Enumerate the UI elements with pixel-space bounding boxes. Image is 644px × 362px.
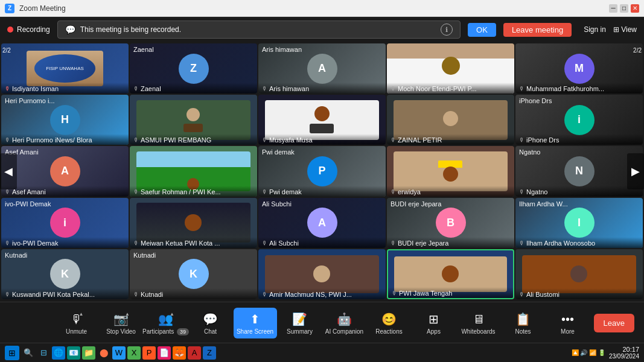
mic-icon-10: 🎙: [519, 137, 524, 143]
video-tile-9: 🎙 ZAINAL PETIR: [387, 95, 514, 145]
mic-icon-12: 🎙: [133, 189, 139, 195]
tile-11-name: 🎙 Asef Amani: [5, 188, 125, 195]
apps-label: Apps: [427, 328, 441, 335]
task-view-icon[interactable]: ⊟: [37, 346, 50, 360]
ok-button[interactable]: OK: [468, 23, 496, 37]
avatar-10: i: [564, 105, 595, 135]
video-tile-5: M 🎙 Muhammad Fatkhurohm...: [515, 43, 643, 94]
video-tile-7: 🎙 ASMUI PWI REMBANG: [130, 95, 257, 145]
recording-badge: Recording: [7, 25, 50, 34]
summary-icon: 📝: [292, 311, 307, 327]
avatar-6: H: [50, 105, 80, 135]
chat-button[interactable]: 💬 Chat: [189, 308, 232, 338]
next-page-button[interactable]: ▶: [627, 153, 644, 189]
tile-3-top-name: Aris himawan: [262, 46, 302, 53]
tile-16-top-name: ivo-PWI Demak: [5, 200, 51, 208]
participants-count-badge: 39: [177, 328, 189, 335]
close-button[interactable]: ✕: [631, 4, 639, 13]
time-display: 20:17: [609, 346, 639, 353]
tile-2-name: 🎙 Zaenal: [133, 85, 253, 92]
mail-icon[interactable]: 📧: [67, 346, 80, 360]
reactions-button[interactable]: 😊 Reactions: [368, 308, 411, 338]
edge-icon[interactable]: 🌐: [52, 346, 65, 360]
share-screen-label: Share Screen: [237, 328, 273, 335]
word-icon[interactable]: W: [112, 346, 126, 360]
tile-18-top-name: Ali Subchi: [262, 200, 292, 208]
tile-4-name: 🎙 Moch Noor Efendi-PWI P...: [391, 85, 511, 92]
adobe-icon[interactable]: A: [188, 346, 201, 360]
video-tile-row5-4: 🎙 PWI Jawa Tengah: [387, 249, 514, 299]
video-tile-19: B BUDI erje Jepara 🎙 BUDI erje Jepara: [387, 198, 514, 248]
share-screen-button[interactable]: ⬆ Share Screen: [234, 308, 277, 338]
tile-r5-0-name: 🎙 Kuswandi PWI Kota Pekal...: [5, 291, 125, 298]
zoom-taskbar-icon[interactable]: Z: [203, 346, 216, 360]
mic-icon-20: 🎙: [519, 240, 524, 246]
search-taskbar-icon[interactable]: 🔍: [22, 346, 35, 360]
taskbar-right: 🔼 🔊 📶 🔋 20:17 23/09/2024: [572, 346, 639, 360]
mic-icon-6: 🎙: [5, 137, 10, 143]
tile-r5-3-grad: 🎙 PWI Jawa Tengah: [388, 287, 513, 298]
video-tile-17: 🎙 Meiwan Ketua PWI Kota ...: [130, 198, 257, 248]
tile-1-gradient: 🎙 Isdiyanto Isman: [1, 83, 129, 94]
video-tile-11: A Asef Amani 🎙 Asef Amani: [1, 146, 129, 196]
avatar-11: A: [50, 156, 80, 186]
files-icon[interactable]: 📁: [82, 346, 95, 360]
notes-button[interactable]: 📋 Notes: [502, 308, 545, 338]
ai-companion-button[interactable]: 🤖 AI Companion: [323, 308, 366, 338]
tile-18-gradient: 🎙 Ali Subchi: [258, 237, 386, 248]
leave-button[interactable]: Leave: [594, 314, 634, 332]
tile-r5-3-name: 🎙 PWI Jawa Tengah: [392, 290, 509, 297]
tile-14-name: 🎙 erwidya: [391, 188, 511, 195]
tile-5-name: 🎙 Muhammad Fatkhurohm...: [519, 85, 639, 92]
mic-icon-15: 🎙: [519, 189, 524, 195]
summary-button[interactable]: 📝 Summary: [278, 308, 322, 338]
avatar-13: P: [307, 156, 337, 186]
powerpoint-icon[interactable]: P: [142, 346, 156, 360]
pdf-icon[interactable]: 📄: [158, 346, 171, 360]
more-button[interactable]: ••• More: [546, 308, 590, 338]
tile-17-gradient: 🎙 Meiwan Ketua PWI Kota ...: [130, 237, 257, 248]
zoom-app-icon: Z: [5, 4, 14, 13]
tile-r5-1-grad: 🎙 Kutnadi: [130, 288, 257, 299]
tile-r5-0-grad: 🎙 Kuswandi PWI Kota Pekal...: [1, 288, 129, 299]
chrome-icon[interactable]: ⬤: [97, 346, 110, 360]
maximize-button[interactable]: □: [620, 4, 628, 13]
apps-button[interactable]: ⊞ Apps: [412, 308, 456, 338]
taskbar-icons-sys: 🔼 🔊 📶 🔋: [572, 349, 605, 356]
stop-video-button[interactable]: 📷 ▲ Stop Video: [100, 308, 143, 338]
tile-6-name: 🎙 Heri Purnomo iNews/ Blora: [5, 136, 125, 144]
video-tile-16: i ivo-PWI Demak 🎙 ivo-PWI Demak: [1, 198, 129, 248]
firefox-icon[interactable]: 🦊: [173, 346, 186, 360]
participants-button[interactable]: 👥 ▲ Participants 39: [144, 308, 188, 338]
tile-13-top-name: Pwi demak: [262, 148, 295, 156]
tile-14-gradient: 🎙 erwidya: [387, 186, 514, 197]
whiteboards-button[interactable]: 🖥 Whiteboards: [457, 308, 500, 338]
stop-video-icon: 📷 ▲: [113, 311, 129, 327]
view-button[interactable]: ⊞ View: [613, 25, 637, 34]
notice-info-button[interactable]: ℹ: [441, 24, 453, 36]
excel-icon[interactable]: X: [127, 346, 141, 360]
mic-icon-19: 🎙: [391, 240, 396, 246]
tile-10-name: 🎙 iPhone Drs: [519, 136, 639, 144]
video-tile-4: 🎙 Moch Noor Efendi-PWI P...: [387, 43, 514, 94]
more-icon: •••: [561, 311, 574, 327]
recording-notice: 💬 This meeting is being recorded. ℹ: [57, 21, 461, 39]
leave-meeting-button[interactable]: Leave meeting: [503, 23, 572, 37]
tile-11-gradient: 🎙 Asef Amani: [1, 186, 129, 197]
start-button[interactable]: ⊞: [5, 346, 19, 360]
video-tile-15: N Ngatno 🎙 Ngatno: [515, 146, 643, 196]
whiteboards-label: Whiteboards: [461, 328, 495, 335]
tile-7-name: 🎙 ASMUI PWI REMBANG: [133, 136, 253, 144]
tile-8-gradient: 🎙 Musyafa Musa: [258, 134, 386, 145]
tile-10-gradient: 🎙 iPhone Drs: [515, 134, 643, 145]
reactions-label: Reactions: [375, 328, 402, 335]
tile-20-name: 🎙 Ilham Ardha Wonosobo: [519, 240, 639, 247]
minimize-button[interactable]: ─: [609, 4, 617, 13]
taskbar-left: ⊞ 🔍 ⊟ 🌐 📧 📁 ⬤ W X P 📄 🦊 A Z: [5, 346, 216, 360]
tile-3-gradient: 🎙 Aris himawan: [258, 83, 386, 94]
tile-13-gradient: 🎙 Pwi demak: [258, 186, 386, 197]
sign-in-button[interactable]: Sign in: [584, 25, 606, 34]
mic-icon-5: 🎙: [519, 86, 524, 92]
unmute-button[interactable]: 🎙 ▲ Unmute: [55, 308, 98, 338]
prev-page-button[interactable]: ◀: [0, 153, 17, 189]
